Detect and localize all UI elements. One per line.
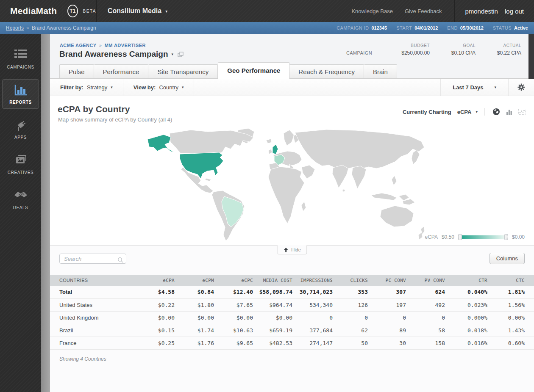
stat-label: GOAL bbox=[430, 43, 476, 48]
table-row-total[interactable]: Total$4.58$0.84$12.40$58,098.7430,714,02… bbox=[50, 286, 534, 298]
country-indonesia bbox=[371, 193, 397, 200]
top-links: Knowledge BaseGive Feedback bbox=[351, 8, 442, 14]
sidebar-item-creatives[interactable]: CREATIVES bbox=[2, 149, 39, 179]
cell: 58 bbox=[406, 324, 445, 337]
agency-link[interactable]: ACME AGENCY bbox=[60, 43, 96, 48]
top-link-knowledge-base[interactable]: Knowledge Base bbox=[351, 8, 393, 14]
filter-by-dropdown[interactable]: Filter by: Strategy ▾ bbox=[50, 79, 123, 96]
table-row[interactable]: United States$0.22$1.80$7.65$964.74534,3… bbox=[50, 298, 534, 311]
date-range-dropdown[interactable]: Last 7 Days ▾ bbox=[440, 79, 508, 96]
country-united-states-alaska[interactable] bbox=[147, 135, 174, 152]
column-header-ecpa[interactable]: eCPA bbox=[131, 275, 175, 286]
meta-end: END05/30/2012 bbox=[447, 25, 484, 30]
cell: $12.40 bbox=[214, 286, 253, 298]
cell: 307 bbox=[368, 286, 406, 298]
search-input[interactable] bbox=[59, 254, 126, 264]
meta-value: 012345 bbox=[371, 25, 387, 30]
table-row[interactable]: France$0.25$1.76$9.65$482.53274,14750301… bbox=[50, 337, 534, 349]
table-row[interactable]: United Kingdom$0.00$0.00$0.00$0.0000000.… bbox=[50, 311, 534, 324]
sidebar-item-reports[interactable]: REPORTS bbox=[2, 79, 39, 109]
world-map[interactable] bbox=[144, 128, 432, 243]
view-by-dropdown[interactable]: View by: Country ▾ bbox=[123, 79, 195, 96]
cell: 624 bbox=[406, 286, 445, 298]
sidebar-item-deals[interactable]: DEALS bbox=[2, 185, 39, 214]
cell: $482.53 bbox=[253, 337, 292, 349]
cell: $4.58 bbox=[131, 286, 175, 298]
meta-label: CAMPAIGN ID bbox=[337, 25, 369, 30]
logout-link[interactable]: log out bbox=[505, 8, 524, 15]
country-cuba bbox=[205, 178, 211, 181]
cell: 0.016% bbox=[445, 337, 487, 349]
page-title[interactable]: Brand Awareness Campaign bbox=[59, 50, 168, 59]
tab-geo-performance[interactable]: Geo Performance bbox=[218, 62, 289, 79]
tab-performance[interactable]: Performance bbox=[94, 64, 149, 79]
bar-chart-icon[interactable] bbox=[505, 108, 513, 116]
top-bar: MediaMath T1 BETA Consilium Media ▾ Know… bbox=[0, 0, 534, 22]
stat-label: ACTUAL bbox=[476, 43, 521, 48]
breadcrumb-campaign: Brand Awareness Campaign bbox=[32, 25, 96, 31]
cell: 0 bbox=[292, 311, 333, 324]
sidebar-item-apps[interactable]: APPS bbox=[2, 114, 39, 144]
stat-value: $250,000.00 bbox=[384, 50, 430, 56]
cell: $9.65 bbox=[214, 337, 253, 349]
column-header-media-cost[interactable]: MEDIA COST bbox=[253, 275, 292, 286]
images-icon bbox=[3, 155, 39, 167]
column-header-ecpc[interactable]: eCPC bbox=[214, 275, 253, 286]
top-link-give-feedback[interactable]: Give Feedback bbox=[405, 8, 442, 14]
cell: 1.81% bbox=[487, 286, 534, 298]
region-africa bbox=[268, 167, 304, 224]
view-by-value: Country bbox=[159, 84, 178, 91]
column-header-ctc[interactable]: CTC bbox=[487, 275, 534, 286]
country-japan bbox=[412, 150, 420, 164]
column-header-pc-conv[interactable]: PC CONV bbox=[368, 275, 406, 286]
column-header-impressions[interactable]: IMPRESSIONS bbox=[292, 275, 333, 286]
cell: Total bbox=[50, 286, 131, 298]
hide-chart-button[interactable]: Hide bbox=[277, 245, 307, 254]
country-united-kingdom[interactable] bbox=[273, 144, 278, 154]
open-popup-icon[interactable] bbox=[177, 51, 184, 58]
globe-icon[interactable] bbox=[492, 107, 501, 116]
cell: 89 bbox=[368, 324, 406, 337]
column-header-ecpm[interactable]: eCPM bbox=[175, 275, 214, 286]
tab-reach-frequency[interactable]: Reach & Frequency bbox=[289, 64, 364, 79]
campaign-stats: CAMPAIGN BUDGET$250,000.00GOAL$0.10 CPAA… bbox=[346, 43, 521, 56]
region-asia bbox=[295, 130, 424, 168]
scatter-plot-icon[interactable] bbox=[517, 108, 526, 116]
column-header-pv-conv[interactable]: PV CONV bbox=[406, 275, 445, 286]
chart-section: eCPA by Country Map show summary of eCPA… bbox=[50, 96, 534, 246]
region-se-asia bbox=[352, 166, 366, 189]
column-header-ctr[interactable]: CTR bbox=[445, 275, 487, 286]
advertiser-link[interactable]: MM ADVERTISER bbox=[105, 43, 146, 48]
org-selector[interactable]: Consilium Media ▾ bbox=[96, 0, 178, 22]
breadcrumb-bar: Reports » Brand Awareness Campaign CAMPA… bbox=[0, 22, 534, 34]
settings-button[interactable] bbox=[508, 79, 534, 96]
currently-charting-label: Currently Charting bbox=[403, 109, 451, 115]
chevron-down-icon[interactable]: ▾ bbox=[172, 52, 174, 56]
cell: 158 bbox=[406, 337, 445, 349]
sidebar-item-label: DEALS bbox=[3, 205, 39, 210]
app: MediaMath T1 BETA Consilium Media ▾ Know… bbox=[0, 0, 534, 392]
meta-label: START bbox=[396, 25, 412, 30]
beta-badge: BETA bbox=[83, 9, 96, 14]
cell: 0.000% bbox=[445, 311, 487, 324]
search-icon bbox=[117, 257, 123, 265]
stat-actual: ACTUAL$0.22 CPA bbox=[476, 43, 521, 56]
sidebar-item-campaigns[interactable]: CAMPAIGNS bbox=[2, 44, 39, 74]
tab-brain[interactable]: Brain bbox=[364, 64, 397, 79]
column-header-countries[interactable]: COUNTRIES bbox=[50, 275, 131, 286]
table-row[interactable]: Brazil$0.15$1.74$10.63$659.19377,6846289… bbox=[50, 324, 534, 337]
tab-pulse[interactable]: Pulse bbox=[59, 64, 94, 79]
breadcrumb-reports-link[interactable]: Reports bbox=[6, 25, 24, 31]
metric-dropdown[interactable]: eCPA bbox=[457, 109, 472, 115]
user-menu[interactable]: pmondestin bbox=[465, 8, 498, 15]
legend-handle-right[interactable] bbox=[504, 234, 508, 240]
list-icon bbox=[3, 49, 39, 62]
gear-icon bbox=[517, 83, 526, 92]
legend-handle-left[interactable] bbox=[458, 234, 462, 240]
cell: $0.15 bbox=[131, 324, 175, 337]
columns-button[interactable]: Columns bbox=[490, 253, 525, 264]
tab-site-transparency[interactable]: Site Transparency bbox=[148, 64, 218, 79]
column-header-clicks[interactable]: CLICKS bbox=[333, 275, 368, 286]
chevron-down-icon[interactable]: ▾ bbox=[476, 110, 478, 114]
filter-bar: Filter by: Strategy ▾ View by: Country ▾… bbox=[50, 79, 534, 96]
